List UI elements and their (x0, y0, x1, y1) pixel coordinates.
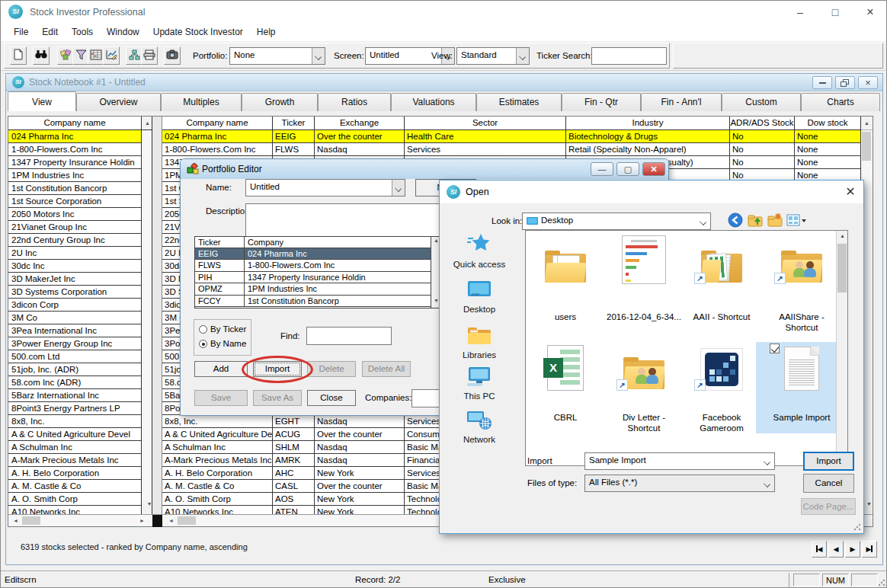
pe-save-as-button[interactable]: Save As (253, 390, 302, 406)
pe-grid-row[interactable]: OPMZ1PM Industries Inc (195, 283, 440, 295)
tab-valuations[interactable]: Valuations (391, 93, 476, 111)
chevron-down-icon[interactable] (312, 48, 325, 64)
files-of-type-select[interactable]: All Files (*.*) (584, 475, 775, 492)
menu-tools[interactable]: Tools (65, 24, 100, 40)
file-list-scrollbar[interactable]: ▲ ▼ (836, 231, 847, 465)
tab-ratios[interactable]: Ratios (318, 93, 391, 111)
pe-delete-all-button[interactable]: Delete All (362, 361, 411, 377)
column-header-sector[interactable]: Sector (405, 117, 566, 129)
up-one-level-icon[interactable] (748, 213, 763, 228)
tab-multiples[interactable]: Multiples (161, 93, 242, 111)
grid-view-button[interactable] (88, 46, 104, 65)
maximize-button[interactable]: □ (818, 1, 853, 24)
table-row[interactable]: A Schulman Inc (8, 441, 142, 454)
column-header-adr-ads-stock[interactable]: ADR/ADS Stock (730, 117, 795, 129)
table-row[interactable]: 024 Pharma IncEEIGOver the counterHealth… (162, 130, 861, 143)
table-row[interactable]: 58.com Inc (ADR) (8, 376, 142, 389)
left-pane-scrollbar[interactable]: ▼ (142, 130, 152, 514)
menu-edit[interactable]: Edit (35, 24, 65, 40)
table-row[interactable]: 3M Co (8, 312, 142, 324)
pe-delete-button[interactable]: Delete (307, 361, 356, 377)
tab-charts[interactable]: Charts (801, 93, 880, 111)
pe-add-button[interactable]: Add (194, 361, 248, 377)
minimize-button[interactable]: – (783, 1, 818, 24)
table-row[interactable]: 8x8, Inc. (8, 415, 142, 428)
sidebar-item-network[interactable]: Network (443, 409, 516, 444)
resize-grip[interactable] (853, 523, 861, 531)
file-item-users[interactable]: users (527, 234, 604, 322)
table-row[interactable]: 3Power Energy Group Inc (8, 337, 142, 350)
table-row[interactable]: A. M. Castle & Co (8, 480, 142, 493)
new-folder-icon[interactable] (767, 213, 783, 228)
new-document-button[interactable] (10, 46, 27, 65)
table-row[interactable]: A. H. Belo Corporation (8, 467, 142, 480)
next-record-button[interactable]: ▶ (845, 541, 860, 558)
look-in-select[interactable]: Desktop (522, 213, 711, 230)
portfolio-select[interactable]: None (229, 47, 325, 65)
table-row[interactable]: 1-800-Flowers.Com IncFLWSNasdaqServicesR… (162, 143, 861, 156)
chevron-down-icon[interactable] (516, 48, 529, 64)
table-row[interactable]: 1PM Industries Inc (8, 169, 142, 182)
pe-name-select[interactable]: Untitled (245, 179, 405, 197)
column-header-industry[interactable]: Industry (566, 117, 730, 129)
scrollbar-splitter[interactable] (152, 515, 162, 527)
tab-view[interactable]: View (8, 91, 76, 111)
pe-grid-row[interactable]: FLWS1-800-Flowers.Com Inc (195, 260, 440, 271)
column-header-exchange[interactable]: Exchange (315, 117, 405, 129)
pe-close-button[interactable]: ✕ (642, 162, 665, 176)
open-import-button[interactable]: Import (803, 452, 854, 471)
tab-fin-ann-l[interactable]: Fin - Ann'l (641, 93, 722, 111)
left-pane-scroll-up[interactable]: ▲ (142, 117, 152, 130)
tab-overview[interactable]: Overview (76, 93, 161, 111)
menu-update-stock-investor[interactable]: Update Stock Investor (146, 24, 250, 40)
by-ticker-radio[interactable] (199, 325, 207, 334)
pe-close-action-button[interactable]: Close (307, 390, 356, 406)
view-menu-icon[interactable] (786, 213, 807, 228)
sidebar-item-desktop[interactable]: Desktop (443, 280, 516, 314)
column-header-dow-stock[interactable]: Dow stock (795, 117, 861, 129)
right-pane-scroll-thumb[interactable] (862, 132, 871, 161)
table-row[interactable]: 3D MakerJet Inc (8, 273, 142, 286)
open-cancel-button[interactable]: Cancel (803, 474, 854, 493)
file-item-sample-import[interactable]: Sample Import (764, 340, 840, 423)
pane-splitter[interactable] (152, 117, 162, 514)
notebook-minimize-button[interactable] (812, 76, 832, 89)
table-row[interactable]: 3Pea International Inc (8, 324, 142, 337)
table-row[interactable]: 1st Constitution Bancorp (8, 182, 142, 195)
pe-grid-row[interactable]: FCCY1st Constitution Bancorp (195, 296, 440, 307)
filter-funnel-button[interactable] (72, 46, 89, 65)
sidebar-item-libraries[interactable]: Libraries (443, 325, 516, 360)
chevron-down-icon[interactable] (392, 180, 405, 196)
pe-import-button[interactable]: Import (253, 361, 302, 377)
column-header-ticker[interactable]: Ticker (273, 117, 315, 129)
notebook-restore-button[interactable] (835, 76, 855, 89)
table-row[interactable]: 5Barz International Inc (8, 389, 142, 402)
table-row[interactable]: 3D Systems Corporation (8, 286, 142, 299)
screens-shapes-button[interactable] (57, 46, 74, 65)
table-row[interactable]: 024 Pharma Inc (8, 130, 142, 143)
table-row[interactable]: 1347 Property Insurance Holdin (8, 156, 142, 169)
pe-minimize-button[interactable]: — (591, 162, 613, 176)
open-dialog-close-button[interactable]: ✕ (839, 181, 862, 203)
table-row[interactable]: 30dc Inc (8, 260, 142, 273)
table-row[interactable]: 2050 Motors Inc (8, 208, 142, 221)
pe-grid-row[interactable]: EEIG024 Pharma Inc (195, 248, 440, 260)
print-button[interactable] (141, 46, 158, 65)
chart-edit-button[interactable] (103, 46, 120, 65)
pe-save-button[interactable]: Save (194, 390, 248, 406)
file-item-div-letter-shortcut[interactable]: ↗Div Letter - Shortcut (606, 340, 682, 433)
tree-view-button[interactable] (126, 46, 142, 65)
table-row[interactable]: A10 Networks Inc (8, 506, 142, 514)
table-row[interactable]: A. O. Smith Corp (8, 493, 142, 506)
ticker-search-input[interactable] (591, 47, 667, 65)
left-hscrollbar[interactable]: ◄ ► (8, 515, 152, 527)
chevron-down-icon[interactable] (761, 453, 774, 469)
file-list-scroll-thumb[interactable] (837, 244, 847, 292)
pe-grid-row[interactable]: PIH1347 Property Insurance Holdin (195, 272, 440, 283)
by-name-radio[interactable] (199, 340, 207, 348)
view-select[interactable]: Standard (456, 47, 530, 65)
chevron-down-icon[interactable] (761, 475, 774, 491)
table-row[interactable]: 500.com Ltd (8, 350, 142, 363)
table-row[interactable]: 1-800-Flowers.Com Inc (8, 143, 142, 156)
right-pane-scroll-up[interactable]: ▲ (861, 117, 873, 130)
